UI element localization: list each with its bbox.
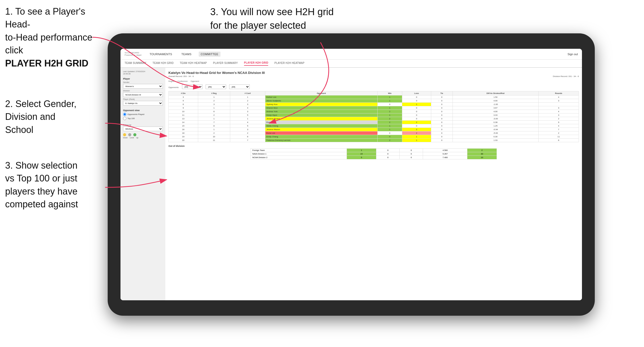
subnav-player-h2h-heatmap[interactable]: PLAYER H2H HEATMAP [274, 62, 304, 65]
cell-tie: 0 [431, 95, 452, 99]
cell-tie: 0 [431, 103, 452, 106]
out-cell-tie: 0 [400, 149, 423, 152]
cell-reg: 6 [198, 110, 230, 113]
region-label: Region [168, 80, 175, 82]
cell-div: 14 [169, 121, 198, 124]
radio-top-100[interactable]: Top 100 [123, 117, 163, 120]
cell-opponent: Heejo Hyun [265, 113, 377, 117]
out-cell-loss: 0 [376, 152, 399, 156]
main-nav: TOURNAMENTS TEAMS COMMITTEE [147, 52, 561, 57]
cell-rounds: 4 [538, 110, 579, 113]
cell-win: 0 [377, 103, 402, 106]
cell-conf: 7 [230, 139, 265, 142]
col-loss: Loss [402, 91, 431, 95]
division-dropdown[interactable]: NCAA Division III [123, 92, 163, 97]
cell-tie: 0 [431, 139, 452, 142]
sign-out-link[interactable]: Sign out [568, 53, 578, 56]
subnav-player-summary[interactable]: PLAYER SUMMARY [213, 62, 238, 65]
region-select[interactable]: (All) [182, 84, 203, 89]
dot-level [128, 133, 131, 136]
out-cell-win: 15 [347, 152, 376, 156]
gender-dropdown[interactable]: Women's [123, 84, 163, 89]
out-cell-diff: 7.400 [423, 156, 467, 159]
cell-div: 9 [169, 106, 198, 110]
out-cell-rounds: 10 [467, 156, 497, 159]
cell-loss: 2 [402, 131, 431, 135]
cell-reg: 8 [198, 124, 230, 128]
label-down: Down [123, 137, 128, 139]
instruction-1: 1. To see a Player's Head- to-Head perfo… [5, 5, 103, 70]
conference-select[interactable]: (All) [206, 84, 226, 89]
out-cell-name: NAIA Division 1 [251, 152, 347, 156]
cell-win: 1 [377, 95, 402, 99]
cell-conf: 1 [230, 95, 265, 99]
cell-div: 11 [169, 113, 198, 117]
col-win: Win [377, 91, 402, 95]
cell-opponent: Jessica Huang [265, 117, 377, 121]
nav-teams[interactable]: TEAMS [179, 52, 193, 57]
out-table: Foreign Team 1 0 0 4.500 2 NAIA Division… [250, 148, 497, 159]
subnav-team-summary[interactable]: TEAM SUMMARY [125, 62, 146, 65]
cell-tie: 0 [431, 135, 452, 139]
timestamp: Last Updated: 27/03/2024 16:55:38 [123, 70, 163, 75]
col-conf: # Conf [230, 91, 265, 95]
cell-reg: 2 [198, 113, 230, 117]
opponent-view-title: Opponent view [123, 109, 163, 112]
division-record: Division Record: 331 - 34 - 6 [553, 75, 579, 78]
cell-rounds: 3 [538, 106, 579, 110]
cell-diff: 1.25 [452, 124, 538, 128]
cell-diff: 0.38 [452, 121, 538, 124]
colour-section: Colour by Win/loss Down Level Up [123, 124, 163, 139]
player-section-title: Player [123, 78, 163, 80]
cell-tie: 0 [431, 124, 452, 128]
cell-conf: 6 [230, 135, 265, 139]
col-rounds: Rounds [538, 91, 579, 95]
cell-win: 1 [377, 128, 402, 131]
cell-reg: 1 [198, 95, 230, 99]
cell-opponent: Sharon Mun [265, 106, 377, 110]
cell-reg: 10 [198, 135, 230, 139]
cell-rounds: 2 [538, 117, 579, 121]
cell-rounds: 11 [538, 135, 579, 139]
logo-sub: Powered by clippd [125, 54, 141, 56]
cell-diff: 0.30 [452, 135, 538, 139]
cell-loss: 0 [402, 95, 431, 99]
out-cell-rounds: 2 [467, 149, 497, 152]
opponent-select[interactable]: (All) [229, 84, 250, 89]
cell-reg: 1 [198, 128, 230, 131]
app-logo: SCOREBOARD Powered by clippd [125, 52, 141, 56]
colour-by-dropdown[interactable]: Win/loss [123, 127, 163, 131]
tablet-frame: SCOREBOARD Powered by clippd TOURNAMENTS… [108, 33, 595, 316]
subnav-player-h2h-grid[interactable]: PLAYER H2H GRID [244, 61, 268, 66]
cell-loss: 1 [402, 135, 431, 139]
cell-opponent: Eunice Yi [265, 121, 377, 124]
conference-filter: Conference [178, 80, 188, 82]
cell-rounds: 6 [538, 139, 579, 142]
cell-win: 0 [377, 131, 402, 135]
cell-loss: 1 [402, 103, 431, 106]
cell-reg: 3 [198, 103, 230, 106]
cell-win: 1 [377, 106, 402, 110]
content-area: Katelyn Vo Head-to-Head Grid for Women's… [165, 68, 582, 300]
cell-win: 1 [377, 113, 402, 117]
out-of-division-title: Out of division [168, 145, 579, 147]
player-rank-dropdown[interactable]: 8. Katelyn Vo [123, 101, 163, 105]
cell-div: 10 [169, 110, 198, 113]
cell-diff: -3.00 [452, 117, 538, 121]
subnav-team-h2h-grid[interactable]: TEAM H2H GRID [153, 62, 174, 65]
nav-tournaments[interactable]: TOURNAMENTS [147, 52, 174, 57]
cell-loss: 0 [402, 113, 431, 117]
cell-div: 13 [169, 117, 198, 121]
out-cell-diff: 4.500 [423, 149, 467, 152]
cell-conf: 5 [230, 124, 265, 128]
nav-committee[interactable]: COMMITTEE [199, 52, 220, 57]
cell-conf: 3 [230, 103, 265, 106]
cell-div: 6 [169, 103, 198, 106]
app-header: SCOREBOARD Powered by clippd TOURNAMENTS… [120, 49, 582, 60]
cell-win: 4 [377, 135, 402, 139]
radio-opponents-played[interactable]: Opponents Played [123, 113, 163, 116]
out-cell-name: NCAA Division 2 [251, 156, 347, 159]
cell-loss: 2 [402, 121, 431, 124]
subnav-team-h2h-heatmap[interactable]: TEAM H2H HEATMAP [180, 62, 207, 65]
cell-loss: 0 [402, 99, 431, 103]
